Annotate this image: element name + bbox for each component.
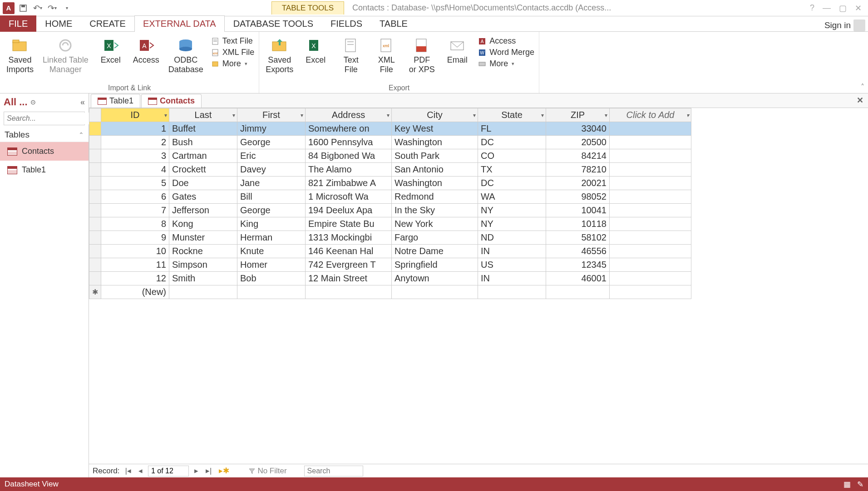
export-excel-button[interactable]: X Excel bbox=[299, 34, 332, 67]
section-collapse-icon[interactable]: ⌃ bbox=[79, 131, 84, 138]
close-icon[interactable]: ✕ bbox=[855, 3, 862, 13]
cell[interactable]: Jane bbox=[237, 177, 306, 190]
tab-external-data[interactable]: EXTERNAL DATA bbox=[134, 15, 225, 32]
tab-file[interactable]: FILE bbox=[0, 15, 36, 32]
column-dropdown-icon[interactable]: ▾ bbox=[387, 112, 390, 118]
tab-home[interactable]: HOME bbox=[36, 15, 81, 32]
nav-item-table1[interactable]: Table1 bbox=[0, 161, 89, 179]
cell[interactable]: Gates bbox=[169, 190, 237, 204]
cell[interactable]: 46001 bbox=[546, 272, 610, 285]
cell[interactable]: IN bbox=[478, 272, 546, 285]
cell[interactable]: Redmond bbox=[392, 190, 478, 204]
new-record-button[interactable]: ▸✱ bbox=[217, 466, 231, 476]
table-row[interactable]: 11SimpsonHomer742 Evergreen TSpringfield… bbox=[89, 258, 691, 272]
column-dropdown-icon[interactable]: ▾ bbox=[232, 112, 235, 118]
cell[interactable]: CO bbox=[478, 149, 546, 163]
cell[interactable]: NY bbox=[478, 204, 546, 217]
export-access-button[interactable]: A Access bbox=[478, 36, 534, 46]
cell[interactable]: 84214 bbox=[546, 149, 610, 163]
cell[interactable] bbox=[610, 258, 691, 272]
cell[interactable]: 10 bbox=[101, 245, 169, 258]
table-row[interactable]: 8KongKingEmpire State BuNew YorkNY10118 bbox=[89, 217, 691, 231]
table-row[interactable]: 1BuffetJimmySomewhere onKey WestFL33040 bbox=[89, 122, 691, 136]
cell[interactable]: Key West bbox=[392, 122, 478, 136]
import-xml-file-button[interactable]: xml XML File bbox=[211, 48, 254, 57]
export-email-button[interactable]: Email bbox=[440, 34, 474, 67]
minimize-icon[interactable]: — bbox=[823, 3, 831, 13]
row-selector[interactable] bbox=[89, 149, 101, 163]
new-record-row[interactable]: ✱(New) bbox=[89, 285, 691, 299]
cell[interactable] bbox=[610, 231, 691, 245]
maximize-icon[interactable]: ▢ bbox=[839, 3, 847, 13]
cell[interactable]: Doe bbox=[169, 177, 237, 190]
cell[interactable]: 742 Evergreen T bbox=[306, 258, 392, 272]
cell[interactable]: 8 bbox=[101, 217, 169, 231]
odbc-database-button[interactable]: ODBC Database bbox=[165, 34, 207, 76]
column-dropdown-icon[interactable]: ▾ bbox=[686, 112, 689, 118]
row-selector[interactable] bbox=[89, 231, 101, 245]
cell[interactable]: FL bbox=[478, 122, 546, 136]
new-row-selector[interactable]: ✱ bbox=[89, 285, 101, 299]
tab-table[interactable]: TABLE bbox=[371, 15, 416, 32]
cell[interactable]: DC bbox=[478, 136, 546, 149]
cell[interactable]: New York bbox=[392, 217, 478, 231]
cell[interactable]: 33040 bbox=[546, 122, 610, 136]
cell[interactable]: DC bbox=[478, 177, 546, 190]
cell[interactable] bbox=[478, 285, 546, 299]
cell[interactable]: Jimmy bbox=[237, 122, 306, 136]
column-header-id[interactable]: ID▾ bbox=[101, 108, 169, 122]
cell[interactable] bbox=[610, 190, 691, 204]
cell[interactable]: Fargo bbox=[392, 231, 478, 245]
close-tab-icon[interactable]: ✕ bbox=[857, 95, 863, 105]
cell[interactable]: (New) bbox=[101, 285, 169, 299]
export-text-button[interactable]: Text File bbox=[334, 34, 368, 76]
cell[interactable]: 12 bbox=[101, 272, 169, 285]
cell[interactable]: WA bbox=[478, 190, 546, 204]
cell[interactable]: Notre Dame bbox=[392, 245, 478, 258]
cell[interactable]: NY bbox=[478, 217, 546, 231]
cell[interactable] bbox=[610, 149, 691, 163]
cell[interactable] bbox=[169, 285, 237, 299]
qat-dropdown-icon[interactable]: ▾ bbox=[61, 2, 73, 14]
table-row[interactable]: 10RockneKnute146 Keenan HalNotre DameIN4… bbox=[89, 245, 691, 258]
cell[interactable]: Davey bbox=[237, 163, 306, 177]
cell[interactable]: 84 Bigboned Wa bbox=[306, 149, 392, 163]
cell[interactable]: Anytown bbox=[392, 272, 478, 285]
table-row[interactable]: 6GatesBill1 Microsoft WaRedmondWA98052 bbox=[89, 190, 691, 204]
cell[interactable]: In the Sky bbox=[392, 204, 478, 217]
collapse-ribbon-icon[interactable]: ˄ bbox=[861, 83, 864, 91]
cell[interactable]: 12 Main Street bbox=[306, 272, 392, 285]
table-row[interactable]: 7JeffersonGeorge194 Deelux ApaIn the Sky… bbox=[89, 204, 691, 217]
design-view-icon[interactable]: ✎ bbox=[857, 480, 863, 489]
cell[interactable]: Crockett bbox=[169, 163, 237, 177]
row-selector[interactable] bbox=[89, 163, 101, 177]
cell[interactable]: ND bbox=[478, 231, 546, 245]
cell[interactable]: Homer bbox=[237, 258, 306, 272]
table-row[interactable]: 5DoeJane821 Zimbabwe AWashingtonDC20021 bbox=[89, 177, 691, 190]
row-selector[interactable] bbox=[89, 136, 101, 149]
datasheet-grid[interactable]: ID▾Last▾First▾Address▾City▾State▾ZIP▾Cli… bbox=[89, 108, 868, 464]
cell[interactable]: George bbox=[237, 136, 306, 149]
cell[interactable]: 6 bbox=[101, 190, 169, 204]
table-row[interactable]: 4CrockettDaveyThe AlamoSan AntonioTX7821… bbox=[89, 163, 691, 177]
column-dropdown-icon[interactable]: ▾ bbox=[164, 112, 167, 118]
import-text-file-button[interactable]: Text File bbox=[211, 36, 254, 46]
row-selector[interactable] bbox=[89, 177, 101, 190]
import-more-button[interactable]: More▾ bbox=[211, 59, 254, 69]
cell[interactable]: Buffet bbox=[169, 122, 237, 136]
filter-indicator[interactable]: No Filter bbox=[248, 466, 286, 476]
cell[interactable]: 4 bbox=[101, 163, 169, 177]
record-search-input[interactable] bbox=[304, 466, 363, 476]
cell[interactable]: Knute bbox=[237, 245, 306, 258]
cell[interactable]: The Alamo bbox=[306, 163, 392, 177]
row-selector[interactable] bbox=[89, 204, 101, 217]
cell[interactable]: 1 Microsoft Wa bbox=[306, 190, 392, 204]
cell[interactable] bbox=[610, 245, 691, 258]
export-pdf-button[interactable]: PDF or XPS bbox=[405, 34, 439, 76]
cell[interactable]: Eric bbox=[237, 149, 306, 163]
import-access-button[interactable]: A Access bbox=[129, 34, 163, 67]
cell[interactable] bbox=[610, 136, 691, 149]
cell[interactable]: Washington bbox=[392, 136, 478, 149]
cell[interactable]: Empire State Bu bbox=[306, 217, 392, 231]
column-header-last[interactable]: Last▾ bbox=[169, 108, 237, 122]
